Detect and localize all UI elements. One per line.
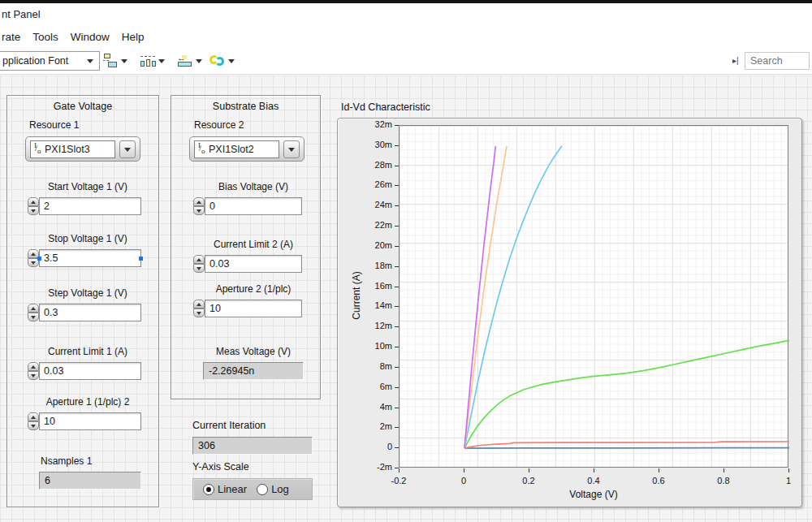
current-limit1-field[interactable]: 0.03 xyxy=(39,362,141,380)
reorder-icon xyxy=(209,53,226,69)
meas-voltage-indicator: -2.26945n xyxy=(203,362,304,380)
aperture2-field[interactable]: 10 xyxy=(205,300,302,317)
start-voltage-label: Start Voltage 1 (V) xyxy=(28,181,148,192)
y-tick-label: 10m xyxy=(360,341,392,351)
x-tick-mark xyxy=(788,468,789,472)
resource2-dropdown-button[interactable] xyxy=(283,140,300,158)
current-limit2-field[interactable]: 0.03 xyxy=(205,255,302,273)
bias-voltage-spinner[interactable] xyxy=(193,197,205,215)
y-tick-label: 32m xyxy=(360,119,392,129)
aperture2-spinner[interactable] xyxy=(193,300,205,317)
x-tick-label: 0.4 xyxy=(577,476,610,485)
gate-voltage-group: Gate Voltage Resource 1 I/o PXI1Slot3 St… xyxy=(6,95,159,507)
resource2-combo[interactable]: I/o PXI1Slot2 xyxy=(189,136,304,162)
menu-item-help[interactable]: Help xyxy=(122,31,145,43)
y-tick-label: 26m xyxy=(360,179,392,189)
start-voltage-field[interactable]: 2 xyxy=(39,197,141,215)
stop-voltage-label: Stop Voltage 1 (V) xyxy=(28,233,148,244)
x-tick-label: 1 xyxy=(772,476,805,485)
aperture1-spinner[interactable] xyxy=(28,412,39,430)
toolbar-overflow-icon[interactable]: ▸| xyxy=(732,56,739,65)
step-voltage-label: Step Voltage 1 (V) xyxy=(28,287,148,299)
y-tick-label: 24m xyxy=(360,200,392,209)
aperture1-field[interactable]: 10 xyxy=(39,412,141,430)
menubar: rateToolsWindowHelp xyxy=(0,26,812,47)
resource1-dropdown-button[interactable] xyxy=(119,140,136,158)
chevron-down-icon xyxy=(124,148,131,152)
align-objects-icon xyxy=(102,53,119,69)
x-tick-label: -0.2 xyxy=(382,476,415,485)
y-tick-label: 0 xyxy=(360,442,392,451)
labview-front-panel-window: nt Panel rateToolsWindowHelp pplication … xyxy=(0,0,812,522)
menu-item-rate[interactable]: rate xyxy=(2,31,20,43)
front-panel-grid: Gate Voltage Resource 1 I/o PXI1Slot3 St… xyxy=(0,75,812,522)
resize-objects-button[interactable]: ↔ xyxy=(177,53,205,69)
selection-handle-right[interactable] xyxy=(139,257,143,261)
current-limit1-label: Current Limit 1 (A) xyxy=(28,346,148,357)
aperture2-label: Aperture 2 (1/plc) xyxy=(193,283,313,295)
current-iteration-label: Current Iteration xyxy=(192,420,266,431)
gate-voltage-title: Gate Voltage xyxy=(7,101,158,112)
plot-area xyxy=(399,125,788,468)
y-tick-label: 28m xyxy=(360,160,392,170)
io-icon: I/o xyxy=(33,143,44,156)
current-limit2-spinner[interactable] xyxy=(193,255,205,273)
radio-label-log: Log xyxy=(271,483,289,495)
yaxis-radio-group: LinearLog xyxy=(192,478,313,500)
step-voltage-spinner[interactable] xyxy=(28,304,39,321)
y-tick-label: 2m xyxy=(360,421,392,431)
menu-item-window[interactable]: Window xyxy=(71,31,110,43)
x-tick-mark xyxy=(529,468,529,472)
x-tick-mark xyxy=(464,468,464,472)
distribute-objects-icon xyxy=(140,53,156,69)
current-iteration-indicator: 306 xyxy=(192,437,313,455)
chart-series-plot-2 xyxy=(464,340,789,448)
plot-svg xyxy=(400,126,789,468)
x-axis-title: Voltage (V) xyxy=(496,489,691,500)
font-selector[interactable]: pplication Font xyxy=(0,51,100,71)
selection-handle-left[interactable] xyxy=(37,257,41,261)
chevron-down-icon xyxy=(228,59,235,63)
stop-voltage-field[interactable]: 3.5 xyxy=(39,249,141,267)
resize-objects-icon: ↔ xyxy=(177,53,193,69)
search-input[interactable] xyxy=(745,52,810,70)
y-tick-label: 30m xyxy=(360,140,392,149)
distribute-objects-button[interactable] xyxy=(140,53,167,69)
x-tick-label: 0 xyxy=(447,476,480,485)
y-tick-label: 18m xyxy=(360,261,392,270)
resource1-value: PXI1Slot3 xyxy=(45,144,90,155)
chevron-down-icon xyxy=(87,59,93,63)
meas-voltage-label: Meas Voltage (V) xyxy=(193,346,313,357)
font-selector-label: pplication Font xyxy=(0,55,87,67)
chevron-down-icon xyxy=(196,59,202,63)
bias-voltage-field[interactable]: 0 xyxy=(205,197,302,215)
resource1-combo[interactable]: I/o PXI1Slot3 xyxy=(25,136,140,162)
substrate-bias-title: Substrate Bias xyxy=(171,101,320,112)
resource2-label: Resource 2 xyxy=(194,119,244,131)
y-tick-label: 16m xyxy=(360,281,392,291)
step-voltage-field[interactable]: 0.3 xyxy=(39,304,141,321)
align-objects-button[interactable] xyxy=(102,53,130,69)
yaxis-scale-label: Y-Axis Scale xyxy=(192,461,249,472)
bias-voltage-label: Bias Voltage (V) xyxy=(193,181,313,192)
radio-label-linear: Linear xyxy=(218,483,247,495)
chart-series-plot-0 xyxy=(464,448,789,449)
chevron-down-icon xyxy=(121,59,127,63)
toolbar: pplication Font ↔ xyxy=(0,47,812,75)
x-tick-label: 0.8 xyxy=(707,476,740,485)
current-limit1-spinner[interactable] xyxy=(28,362,39,380)
id-vd-chart: Current (A) Voltage (V) 32m30m28m26m24m2… xyxy=(337,118,802,507)
y-tick-label: 6m xyxy=(360,382,392,391)
y-tick-label: -2m xyxy=(360,462,392,472)
start-voltage-spinner[interactable] xyxy=(28,197,39,215)
nsamples-indicator: 6 xyxy=(39,472,141,490)
menu-item-tools[interactable]: Tools xyxy=(32,31,58,43)
y-tick-label: 14m xyxy=(360,300,392,310)
radio-linear[interactable] xyxy=(203,484,214,495)
nsamples-label: Nsamples 1 xyxy=(41,455,92,467)
reorder-button[interactable] xyxy=(209,53,237,69)
x-tick-label: 0.6 xyxy=(642,476,675,485)
substrate-bias-group: Substrate Bias Resource 2 I/o PXI1Slot2 … xyxy=(171,95,321,399)
radio-log[interactable] xyxy=(257,484,268,495)
x-tick-mark xyxy=(594,468,594,472)
